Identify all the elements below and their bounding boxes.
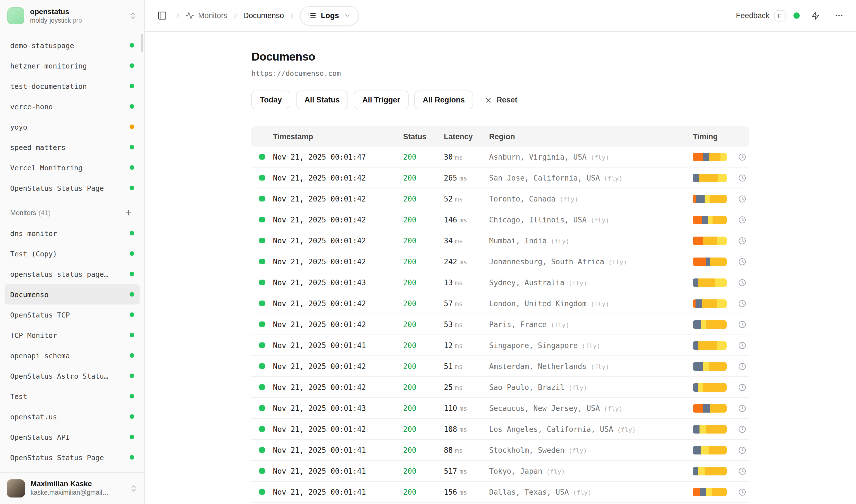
sidebar-monitor-item[interactable]: Test (Copy) [4,244,140,264]
region-name: London, United Kingdom [489,299,587,308]
sidebar-monitor-item[interactable]: Test [4,386,140,407]
clock-icon[interactable] [735,257,750,266]
sidebar-monitor-item[interactable]: openapi schema [4,345,140,366]
clock-icon[interactable] [735,278,750,287]
sidebar-item-label: openstatus status page… [10,270,108,278]
log-row[interactable]: Nov 21, 2025 00:01:41 200 156ms Dallas, … [252,482,750,503]
clock-icon[interactable] [735,341,750,349]
latency-unit: ms [455,237,463,245]
log-row[interactable]: Nov 21, 2025 00:01:41 200 517ms Tokyo, J… [252,461,750,482]
log-row[interactable]: Nov 21, 2025 00:01:43 200 110ms Secaucus… [252,398,750,419]
clock-icon[interactable] [735,152,750,161]
filter-button[interactable]: Today [252,91,291,109]
timestamp-cell: Nov 21, 2025 00:01:42 [273,174,403,182]
log-row[interactable]: Nov 21, 2025 00:01:41 200 88ms Stockholm… [252,440,750,461]
sidebar-scroll-area: demo-statuspage hetzner monitoring test-… [0,32,144,472]
user-menu[interactable]: Maximilian Kaske kaske.maximilian@gmail… [0,472,144,504]
latency-unit: ms [459,216,467,224]
sidebar-scrollbar[interactable] [141,34,143,52]
clock-icon[interactable] [735,404,750,412]
filter-button[interactable]: All Status [296,91,348,109]
sidebar-status-page-item[interactable]: speed-matters [4,137,140,157]
clock-icon[interactable] [735,174,750,182]
log-row[interactable]: Nov 21, 2025 00:01:42 200 57ms London, U… [252,293,750,314]
filter-button[interactable]: All Trigger [354,91,409,109]
sidebar-monitor-item[interactable]: dns monitor [4,223,140,244]
latency-cell: 265ms [444,174,489,182]
region-provider: (fly) [551,237,569,245]
log-row[interactable]: Nov 21, 2025 00:01:42 200 34ms Mumbai, I… [252,230,750,251]
reset-filters-button[interactable]: Reset [479,91,523,109]
latency-unit: ms [455,321,463,328]
command-menu-button[interactable] [807,7,823,23]
add-monitor-button[interactable] [123,207,134,218]
clock-icon[interactable] [735,425,750,433]
log-row[interactable]: Nov 21, 2025 00:01:42 200 53ms Paris, Fr… [252,314,750,335]
workspace-plan-badge: pro [72,17,82,24]
clock-icon[interactable] [735,488,750,496]
clock-icon[interactable] [735,194,750,203]
log-row[interactable]: Nov 21, 2025 00:01:42 200 265ms San Jose… [252,167,750,188]
page-title: Documenso [252,49,750,65]
sidebar-monitor-item[interactable]: Documenso [4,284,140,305]
filter-button[interactable]: All Regions [414,91,474,109]
sidebar-monitor-item[interactable]: OpenStatus API [4,427,140,447]
logs-view-dropdown[interactable]: Logs [300,6,359,25]
clock-icon[interactable] [735,467,750,475]
log-row[interactable]: Nov 21, 2025 00:01:42 200 242ms Johannes… [252,251,750,272]
sidebar-status-page-item[interactable]: Vercel Monitoring [4,157,140,178]
clock-icon[interactable] [735,215,750,224]
sidebar-monitor-item[interactable]: TCP Monitor [4,325,140,345]
timestamp-cell: Nov 21, 2025 00:01:43 [273,404,403,412]
monitors-section-header: Monitors(41) [4,198,140,223]
status-code-cell: 200 [403,320,444,328]
latency-cell: 25ms [444,383,489,391]
timing-bar [693,425,727,433]
status-dot [130,333,134,337]
log-row[interactable]: Nov 21, 2025 00:01:42 200 146ms Chicago,… [252,210,750,230]
more-options-button[interactable] [831,7,847,23]
sidebar-status-page-item[interactable]: yoyo [4,116,140,137]
latency-value: 13 [444,278,453,287]
timestamp-cell: Nov 21, 2025 00:01:47 [273,152,403,161]
sidebar-status-page-item[interactable]: hetzner monitoring [4,55,140,76]
column-header: Timestamp [273,132,403,141]
sidebar-monitor-item[interactable]: openstat.us [4,407,140,427]
sidebar-monitor-item[interactable]: OpenStatus Status Page [4,447,140,468]
monitor-list: dns monitor Test (Copy) openstatus statu… [4,223,140,468]
region-provider: (fly) [559,196,578,203]
latency-unit: ms [459,174,467,182]
log-row[interactable]: Nov 21, 2025 00:01:42 200 52ms Toronto, … [252,188,750,210]
clock-icon[interactable] [735,236,750,245]
log-row[interactable]: Nov 21, 2025 00:01:41 200 12ms Singapore… [252,335,750,356]
clock-icon[interactable] [735,299,750,308]
breadcrumb-current-page[interactable]: Documenso [243,11,284,20]
clock-icon[interactable] [735,446,750,454]
log-row[interactable]: Nov 21, 2025 00:01:42 200 25ms Sao Paulo… [252,377,750,398]
sidebar-monitor-item[interactable]: OpenStatus TCP [4,305,140,325]
log-row[interactable]: Nov 21, 2025 00:01:42 200 51ms Amsterdam… [252,356,750,377]
log-row[interactable]: Nov 21, 2025 00:01:42 200 108ms Los Ange… [252,419,750,440]
latency-cell: 88ms [444,446,489,454]
clock-icon[interactable] [735,320,750,328]
sidebar-status-page-item[interactable]: demo-statuspage [4,35,140,55]
sidebar-status-page-item[interactable]: verce-hono [4,96,140,116]
sidebar-item-label: Test [10,392,27,400]
feedback-button[interactable]: Feedback F [736,10,785,21]
clock-icon[interactable] [735,362,750,371]
sidebar-monitor-item[interactable]: openstatus status page… [4,264,140,284]
sidebar-status-page-item[interactable]: OpenStatus Status Page [4,178,140,198]
clock-icon[interactable] [735,383,750,391]
timestamp-cell: Nov 21, 2025 00:01:41 [273,488,403,496]
region-name: Mumbai, India [489,236,547,245]
user-info: Maximilian Kaske kaske.maximilian@gmail… [31,479,124,497]
system-status-dot[interactable] [793,13,799,19]
breadcrumb-monitors[interactable]: Monitors [185,11,228,20]
sidebar-item-label: OpenStatus Astro Statu… [10,372,108,380]
log-row[interactable]: Nov 21, 2025 00:01:47 200 30ms Ashburn, … [252,147,750,167]
log-row[interactable]: Nov 21, 2025 00:01:43 200 13ms Sydney, A… [252,272,750,293]
sidebar-monitor-item[interactable]: OpenStatus Astro Statu… [4,366,140,386]
sidebar-toggle-button[interactable] [154,7,170,23]
workspace-switcher[interactable]: openstatus moldy-joystickpro [0,0,144,32]
sidebar-status-page-item[interactable]: test-documentation [4,76,140,96]
